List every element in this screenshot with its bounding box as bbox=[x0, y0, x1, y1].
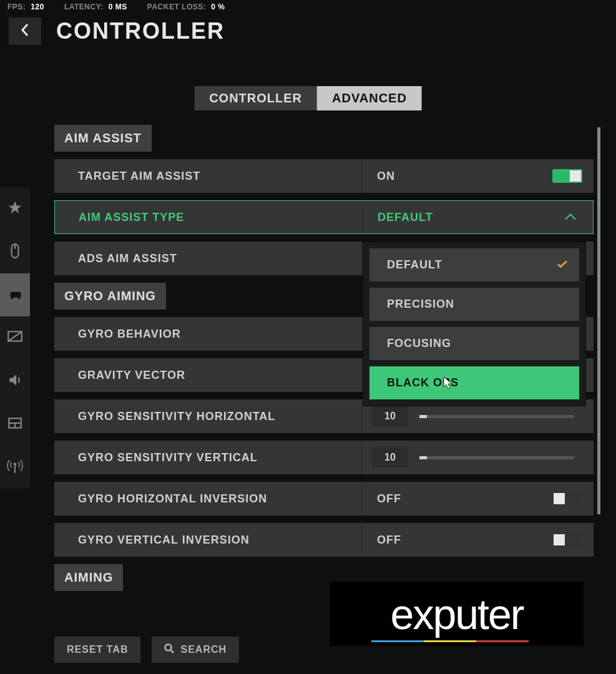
slider-value: 10 bbox=[372, 406, 408, 426]
setting-aim-assist-type[interactable]: AIM ASSIST TYPE DEFAULT bbox=[54, 200, 594, 234]
setting-value-text: DEFAULT bbox=[378, 211, 433, 224]
setting-label: ADS AIM ASSIST bbox=[54, 242, 362, 275]
setting-label: GYRO HORIZONTAL INVERSION bbox=[54, 482, 362, 515]
dropdown-option-default[interactable]: DEFAULT bbox=[369, 248, 579, 281]
back-button[interactable] bbox=[9, 17, 41, 45]
antenna-icon bbox=[7, 458, 23, 477]
latency-value: 0 MS bbox=[109, 2, 127, 11]
sidebar-item-audio[interactable] bbox=[0, 359, 30, 403]
check-icon bbox=[557, 258, 568, 271]
setting-label: GRAVITY VECTOR bbox=[54, 358, 362, 392]
network-stats: FPS: 120 LATENCY: 0 MS PACKET LOSS: 0 % bbox=[7, 2, 225, 11]
section-gyro-aiming: GYRO AIMING bbox=[54, 283, 166, 310]
setting-value: OFF bbox=[362, 482, 594, 515]
search-icon bbox=[164, 643, 174, 656]
setting-value-text: ON bbox=[377, 170, 395, 183]
svg-point-9 bbox=[165, 645, 172, 651]
category-sidebar bbox=[0, 187, 30, 489]
setting-label: GYRO BEHAVIOR bbox=[54, 317, 362, 351]
setting-value: DEFAULT bbox=[363, 201, 593, 233]
sidebar-item-interface[interactable] bbox=[0, 403, 30, 446]
page-header: CONTROLLER bbox=[9, 17, 225, 45]
fps-stat: FPS: 120 bbox=[7, 2, 44, 11]
fps-value: 120 bbox=[31, 2, 44, 11]
layout-icon bbox=[7, 415, 23, 434]
star-icon bbox=[7, 200, 23, 218]
sidebar-item-network[interactable] bbox=[0, 446, 30, 489]
watermark-text: exputer bbox=[391, 590, 524, 638]
option-label: PRECISION bbox=[387, 298, 454, 311]
setting-value-text: OFF bbox=[377, 534, 401, 547]
setting-label: GYRO SENSITIVITY HORIZONTAL bbox=[54, 399, 362, 433]
latency-label: LATENCY: bbox=[64, 2, 104, 11]
option-label: FOCUSING bbox=[387, 337, 451, 350]
mouse-icon bbox=[7, 243, 23, 261]
latency-stat: LATENCY: 0 MS bbox=[64, 2, 127, 11]
setting-target-aim-assist[interactable]: TARGET AIM ASSIST ON bbox=[54, 159, 594, 193]
watermark-underline bbox=[371, 640, 529, 642]
option-label: BLACK OPS bbox=[387, 376, 459, 389]
settings-tabs: CONTROLLER ADVANCED bbox=[194, 86, 422, 110]
slider[interactable]: 10 bbox=[362, 441, 594, 474]
sidebar-item-graphics[interactable] bbox=[0, 316, 30, 359]
section-aim-assist: AIM ASSIST bbox=[54, 125, 152, 152]
slider-track[interactable] bbox=[419, 456, 574, 459]
sidebar-item-general[interactable] bbox=[0, 187, 30, 230]
setting-gyro-vertical-inversion[interactable]: GYRO VERTICAL INVERSION OFF bbox=[54, 523, 594, 557]
dropdown-option-black-ops[interactable]: BLACK OPS bbox=[369, 366, 579, 399]
dropdown-option-precision[interactable]: PRECISION bbox=[369, 288, 579, 321]
setting-value: OFF bbox=[362, 523, 594, 557]
option-label: DEFAULT bbox=[387, 258, 442, 271]
packetloss-value: 0 % bbox=[211, 2, 225, 11]
tab-advanced[interactable]: ADVANCED bbox=[317, 86, 422, 110]
setting-gyro-sens-vertical[interactable]: GYRO SENSITIVITY VERTICAL 10 bbox=[54, 441, 594, 474]
gamepad-icon bbox=[7, 286, 23, 305]
page-title: CONTROLLER bbox=[56, 18, 225, 44]
setting-value: ON bbox=[362, 159, 594, 193]
dropdown-option-focusing[interactable]: FOCUSING bbox=[369, 327, 579, 360]
slider-value: 10 bbox=[372, 447, 408, 467]
setting-label: TARGET AIM ASSIST bbox=[54, 159, 362, 193]
toggle-off[interactable] bbox=[552, 492, 582, 506]
chevron-up-icon bbox=[564, 211, 577, 224]
sidebar-item-mouse[interactable] bbox=[0, 230, 30, 273]
fps-label: FPS: bbox=[7, 2, 26, 11]
svg-point-7 bbox=[14, 462, 16, 465]
tab-controller[interactable]: CONTROLLER bbox=[194, 86, 317, 110]
setting-label: GYRO VERTICAL INVERSION bbox=[54, 523, 362, 557]
scrollbar[interactable] bbox=[597, 127, 600, 514]
setting-label: AIM ASSIST TYPE bbox=[55, 201, 363, 233]
search-button[interactable]: SEARCH bbox=[152, 637, 239, 663]
button-label: RESET TAB bbox=[67, 644, 128, 655]
chevron-left-icon bbox=[20, 23, 30, 39]
monitor-icon bbox=[7, 329, 23, 348]
reset-tab-button[interactable]: RESET TAB bbox=[54, 637, 140, 663]
bottom-actions: RESET TAB SEARCH bbox=[54, 637, 239, 663]
exputer-watermark: exputer bbox=[330, 582, 584, 646]
packetloss-label: PACKET LOSS: bbox=[147, 2, 206, 11]
svg-line-10 bbox=[171, 650, 174, 653]
button-label: SEARCH bbox=[180, 644, 227, 655]
toggle-on[interactable] bbox=[552, 169, 582, 183]
setting-gyro-horizontal-inversion[interactable]: GYRO HORIZONTAL INVERSION OFF bbox=[54, 482, 594, 515]
setting-label: GYRO SENSITIVITY VERTICAL bbox=[54, 441, 362, 474]
svg-line-3 bbox=[8, 331, 22, 341]
toggle-off[interactable] bbox=[552, 533, 582, 547]
slider-track[interactable] bbox=[419, 415, 574, 418]
setting-value-text: OFF bbox=[377, 492, 401, 506]
speaker-icon bbox=[7, 372, 23, 391]
packetloss-stat: PACKET LOSS: 0 % bbox=[147, 2, 225, 11]
sidebar-item-controller[interactable] bbox=[0, 273, 30, 316]
aim-assist-type-dropdown: DEFAULT PRECISION FOCUSING BLACK OPS bbox=[363, 242, 586, 406]
section-aiming: AIMING bbox=[54, 564, 123, 591]
